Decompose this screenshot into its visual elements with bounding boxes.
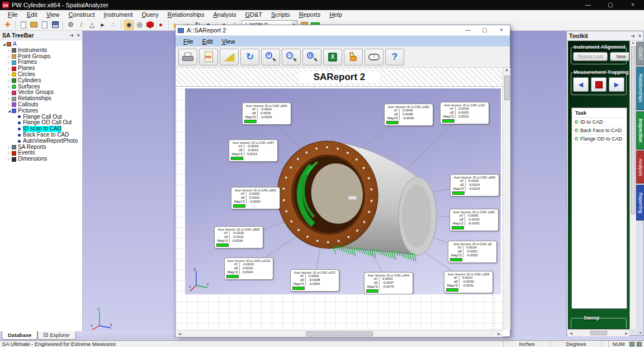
toolkit-tab-inspection[interactable]: Inspection [636,111,644,149]
trap-stop-button[interactable] [591,77,607,92]
scroll-thumb[interactable] [631,46,636,214]
menu-item-instrument[interactable]: Instrument [99,10,137,19]
menu-item-query[interactable]: Query [137,10,163,19]
tree-expand-arrow[interactable]: ▷ [7,65,12,72]
vector-callout-p211[interactable]: Auto Vectors: ID to CAD::p211dY0.0015dZ0… [440,102,489,124]
id-scan-to-cad-picture[interactable]: Z x y Auto Vectors: ID to CAD::p831dY-0.… [185,88,501,294]
zoom-out-button[interactable]: − [282,49,301,65]
add-instrument-icon[interactable]: △ [87,20,97,30]
new-file-icon[interactable] [18,20,28,30]
scroll-thumb[interactable] [306,331,373,336]
scroll-thumb[interactable] [504,76,510,100]
report-menu-item-edit[interactable]: Edit [198,37,217,46]
report-minimize-button[interactable]: — [460,25,476,35]
tree-expand-arrow[interactable]: ▷ [7,59,12,65]
tree-expand-arrow[interactable]: ▷ [7,78,12,84]
tree-item-callouts[interactable]: ▷Callouts [0,102,82,108]
wrench-icon[interactable]: / [77,20,86,30]
report-page[interactable]: SAReport 2 [176,68,503,330]
red-sphere-icon[interactable]: ● [156,20,165,30]
print-button[interactable] [178,49,197,65]
vector-callout-p391[interactable]: Auto Vectors: ID to CAD::p391dY0.0040dZ0… [384,104,433,126]
tree-expand-arrow[interactable]: ▷ [7,48,12,54]
tree-expand-arrow[interactable]: ▷ [7,54,12,60]
vector-callout-p802[interactable]: Auto Vectors: ID to CAD::p802dY0.0000dZ0… [231,187,280,209]
measure-button[interactable] [220,49,239,65]
maximize-button[interactable]: ▢ [599,0,622,10]
tree-item-point-groups[interactable]: ▷Point Groups [0,54,82,60]
menu-item-analysis[interactable]: Analysis [209,10,240,19]
menu-item-gd-t[interactable]: GD&T [240,10,267,19]
vector-callout-p1126[interactable]: Auto Vectors: ID to CAD::p1126dY-0.0022d… [224,257,273,280]
excel-export-button[interactable]: X [323,49,342,65]
menu-item-construct[interactable]: Construct [64,10,99,19]
minimize-button[interactable]: — [577,0,599,10]
vector-callout-p457[interactable]: Auto Vectors: ID to CAD::p457dY-0.0003dZ… [229,139,278,162]
vector-callout-p302[interactable]: Auto Vectors: ID to CAD::p302dY0.0006dZ-… [449,209,499,231]
tree-item-frames[interactable]: ▷Frames [0,59,82,65]
report-vertical-scrollbar[interactable]: ▲ [503,68,510,330]
menu-item-edit[interactable]: Edit [22,10,42,19]
task-back-face-to-cad[interactable]: ⚙Back Face to CAD [572,126,627,135]
tree-item-autoviewreportphoto[interactable]: AutoViewReportPhoto [0,138,82,144]
tree-expand-arrow[interactable]: ▷ [7,102,12,108]
vector-callout-p831[interactable]: Auto Vectors: ID to CAD::p831dY-0.0001dZ… [242,102,291,125]
toolkit-horizontal-scrollbar[interactable]: ◄► [568,329,629,336]
text-box-button[interactable]: I [364,49,383,65]
vector-callout-p372[interactable]: Auto Vectors: ID to CAD::p372dY0.0064dZ-… [290,269,339,292]
settings-gear-icon[interactable]: ⚙ [66,20,75,30]
tree-expand-arrow[interactable]: ▷ [7,144,12,151]
vector-callout-p309[interactable]: Auto Vectors: ID to CAD::p309dY0.0014dZ-… [444,271,493,293]
tree-expand-arrow[interactable]: ▷ [7,84,12,90]
vector-callout-p654[interactable]: Auto Vectors: ID to CAD::p654dY0.0003dZ-… [450,174,499,196]
task-id-to-cad[interactable]: ⚙ID to CAD [572,118,627,126]
zoom-in-button[interactable]: + [261,49,280,65]
menu-item-reports[interactable]: Reports [295,10,325,19]
report-title-bar[interactable]: A::SAReport 2 — ▢ × [176,25,510,36]
vector-callout-p343[interactable]: Auto Vectors: ID to CAD::p343dY0.0063dZ-… [364,272,413,294]
menu-item-relationships[interactable]: Relationships [163,10,209,19]
tree-expand-arrow[interactable]: ▷ [7,150,12,156]
menu-item-help[interactable]: Help [325,10,347,19]
import-file-icon[interactable] [40,20,49,30]
tree-expand-arrow[interactable]: ▷ [7,72,12,78]
trap-previous-button[interactable]: ◄ [573,77,589,92]
tree-item-cylinders[interactable]: ▷Cylinders [0,78,82,84]
zoom-region-button[interactable] [302,49,321,65]
tree-expand-arrow[interactable]: ▷ [7,156,12,162]
tree-expand-arrow[interactable]: ▷ [7,90,12,96]
tree-view-icon[interactable]: ∴ [108,20,118,30]
save-icon[interactable] [50,20,60,30]
vector-callout-p8[interactable]: Auto Vectors: ID to CAD::p8dY0.0014dZ-0.… [448,241,497,263]
tree-collapse-arrow[interactable]: ◢ [7,108,12,114]
close-button[interactable]: × [622,0,644,10]
menu-item-file[interactable]: File [3,10,22,19]
menu-item-view[interactable]: View [42,10,64,19]
scroll-thumb[interactable] [590,331,607,335]
pin-icon[interactable]: ┳ [70,34,75,37]
run-script-icon[interactable]: ▸ [98,20,107,30]
tree-item-planes[interactable]: ▷Planes [0,65,82,72]
pin-icon[interactable]: ┳ [631,35,636,37]
close-icon[interactable]: × [77,32,80,38]
tree-item-dimensions[interactable]: ▷Dimensions [0,156,82,162]
menu-item-scripts[interactable]: Scripts [267,10,295,19]
report-horizontal-scrollbar[interactable]: ◄► [176,330,503,337]
tree-item-relationships[interactable]: ▷Relationships [0,96,82,102]
lock-button[interactable] [344,49,363,65]
tab-explorer[interactable]: Explorer [37,331,75,340]
view-wheel-icon[interactable]: ◉ [124,20,134,30]
tree-item-instruments[interactable]: ▷Instruments [0,48,82,54]
task-flange-od-to-cad[interactable]: ⚙Flange OD to CAD [572,135,627,143]
tab-database[interactable]: Database [2,331,37,340]
new-button[interactable]: New [610,52,629,61]
tree-item-pictures[interactable]: ◢Pictures [0,108,82,114]
repeat-last-button[interactable]: Repeat Last [573,52,608,61]
trap-next-button[interactable]: ► [609,77,624,92]
close-icon[interactable]: × [638,33,641,39]
pdf-export-button[interactable]: PDF [199,49,218,65]
help-button[interactable]: ? [385,49,404,65]
report-menu-item-file[interactable]: File [179,37,198,46]
view-orbit-icon[interactable]: ◎ [135,20,144,30]
tree-item-sa-reports[interactable]: ▷SA Reports [0,144,82,151]
